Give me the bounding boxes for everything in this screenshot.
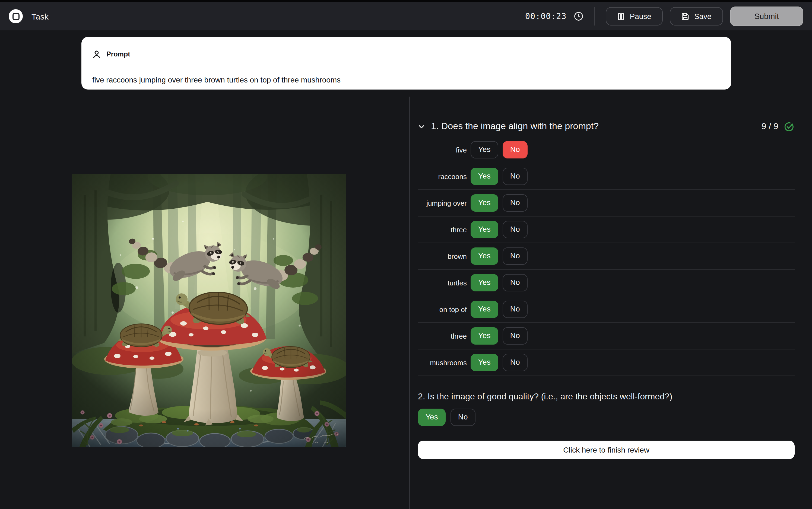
no-button[interactable]: No bbox=[503, 328, 528, 345]
row-label: three bbox=[418, 226, 467, 234]
row-label: raccoons bbox=[418, 172, 467, 180]
review-panel: 1. Does the image align with the prompt?… bbox=[418, 0, 794, 509]
finish-review-button[interactable]: Click here to finish review bbox=[418, 441, 794, 459]
yes-button[interactable]: Yes bbox=[471, 195, 498, 212]
no-button[interactable]: No bbox=[503, 221, 528, 238]
check-circle-icon bbox=[783, 121, 794, 132]
alignment-row: three Yes No bbox=[418, 323, 794, 349]
row-label: turtles bbox=[418, 279, 467, 287]
generated-image-canvas bbox=[72, 174, 346, 447]
row-label: brown bbox=[418, 252, 467, 260]
chevron-down-icon[interactable] bbox=[418, 123, 425, 130]
row-label: mushrooms bbox=[418, 359, 467, 367]
question1-header: 1. Does the image align with the prompt?… bbox=[418, 118, 794, 135]
yes-button[interactable]: Yes bbox=[471, 301, 498, 318]
prompt-card-label: Prompt bbox=[106, 50, 130, 58]
yes-button[interactable]: Yes bbox=[471, 141, 498, 159]
yes-button[interactable]: Yes bbox=[471, 221, 498, 238]
user-icon bbox=[92, 50, 101, 59]
prompt-text: five raccoons jumping over three brown t… bbox=[92, 75, 341, 84]
no-button[interactable]: No bbox=[503, 274, 528, 292]
app-logo-icon bbox=[9, 9, 23, 23]
question2-title: 2. Is the image of good quality? (i.e., … bbox=[418, 392, 672, 402]
row-label: three bbox=[418, 332, 467, 340]
no-button[interactable]: No bbox=[503, 195, 528, 212]
row-label: on top of bbox=[418, 305, 467, 313]
alignment-rows: five Yes No raccoons Yes No jumping over… bbox=[418, 137, 794, 376]
yes-button[interactable]: Yes bbox=[471, 274, 498, 292]
yes-button[interactable]: Yes bbox=[418, 409, 446, 426]
generated-image bbox=[72, 174, 346, 447]
row-label: five bbox=[418, 146, 467, 154]
no-button[interactable]: No bbox=[503, 168, 528, 185]
alignment-row: on top of Yes No bbox=[418, 296, 794, 323]
score-value: 9 / 9 bbox=[762, 122, 778, 131]
yes-button[interactable]: Yes bbox=[471, 248, 498, 265]
yes-button[interactable]: Yes bbox=[471, 168, 498, 185]
alignment-row: brown Yes No bbox=[418, 243, 794, 270]
alignment-row: jumping over Yes No bbox=[418, 190, 794, 216]
question1-title: 1. Does the image align with the prompt? bbox=[431, 121, 599, 132]
yes-button[interactable]: Yes bbox=[471, 354, 498, 371]
app-window: Task 00:00:23 Pause bbox=[0, 0, 812, 509]
alignment-row: raccoons Yes No bbox=[418, 163, 794, 190]
alignment-row: five Yes No bbox=[418, 137, 794, 163]
question1-score: 9 / 9 bbox=[762, 121, 794, 132]
no-button[interactable]: No bbox=[503, 141, 528, 159]
yes-button[interactable]: Yes bbox=[471, 328, 498, 345]
alignment-row: turtles Yes No bbox=[418, 270, 794, 296]
row-label: jumping over bbox=[418, 199, 467, 207]
no-button[interactable]: No bbox=[503, 248, 528, 265]
alignment-row: mushrooms Yes No bbox=[418, 349, 794, 376]
no-button[interactable]: No bbox=[503, 301, 528, 318]
panel-divider bbox=[409, 97, 410, 509]
no-button[interactable]: No bbox=[450, 409, 475, 426]
no-button[interactable]: No bbox=[503, 354, 528, 371]
question2-choices: Yes No bbox=[418, 409, 475, 426]
task-title: Task bbox=[32, 12, 48, 21]
alignment-row: three Yes No bbox=[418, 216, 794, 243]
